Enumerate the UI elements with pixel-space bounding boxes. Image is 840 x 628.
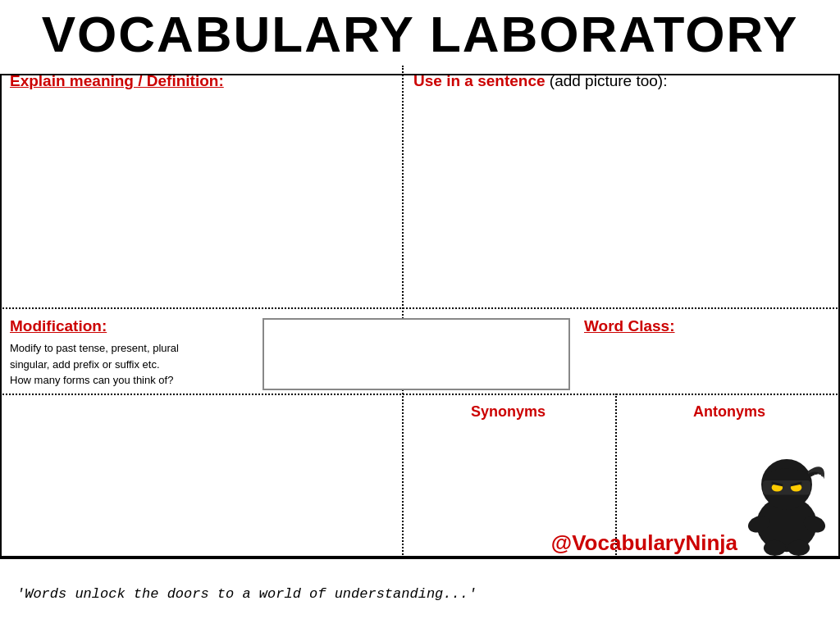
modification-text: Modify to past tense, present, plural si… — [10, 340, 251, 389]
bottom-quote: 'Words unlock the doors to a world of un… — [16, 586, 824, 602]
antonyms-header: Antonyms — [628, 403, 830, 421]
svg-point-10 — [788, 540, 810, 556]
modification-line3: How many forms can you think of? — [10, 374, 173, 386]
sentence-header-normal: (add picture too): — [546, 72, 668, 89]
synonyms-header: Synonyms — [413, 403, 603, 421]
svg-point-9 — [764, 540, 786, 556]
modification-header: Modification: — [10, 317, 251, 335]
section-explain: Explain meaning / Definition: — [0, 66, 400, 307]
wordclass-header: Word Class: — [584, 317, 830, 335]
word-box[interactable] — [262, 318, 570, 390]
modification-line2: singular, add prefix or suffix etc. — [10, 358, 160, 371]
sentence-header: Use in a sentence (add picture too): — [413, 72, 830, 90]
section-wordclass: Word Class: — [574, 311, 840, 393]
page-title: VOCABULARY LABORATORY — [0, 0, 840, 62]
ninja-container — [742, 433, 832, 556]
h-divider-top — [0, 307, 840, 309]
bottom-bar: 'Words unlock the doors to a world of un… — [0, 557, 840, 628]
sentence-header-bold: Use in a sentence — [413, 72, 546, 89]
page-container: VOCABULARY LABORATORY Explain meaning / … — [0, 0, 840, 628]
modification-line1: Modify to past tense, present, plural — [10, 342, 179, 354]
svg-rect-2 — [763, 480, 810, 494]
explain-header: Explain meaning / Definition: — [10, 72, 390, 90]
ninja-icon — [742, 433, 832, 556]
ninja-handle: @VocabularyNinja — [551, 530, 737, 556]
section-sentence: Use in a sentence (add picture too): — [404, 66, 840, 307]
